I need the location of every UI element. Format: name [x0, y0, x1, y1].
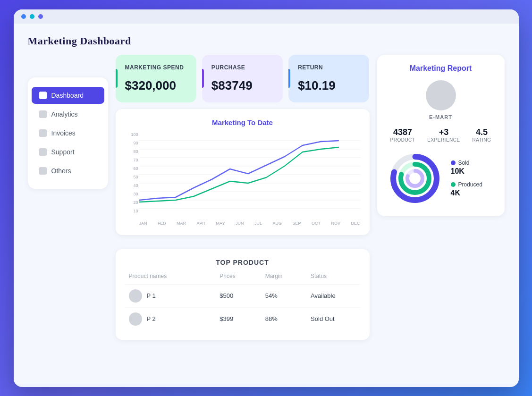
x-label-sep: SEP: [292, 221, 301, 226]
metric-value-spend: $320,000: [125, 78, 187, 93]
y-axis-labels: 10090807060 5040302010: [125, 132, 138, 214]
product-label: PRODUCT: [390, 137, 415, 143]
sidebar-item-invoices[interactable]: Invoices: [32, 125, 104, 142]
emart-label: E-MART: [429, 114, 452, 120]
product-price-p1: $500: [220, 292, 265, 299]
legend-value-sold: 10K: [451, 167, 482, 176]
metric-label-spend: Marketing Spend: [125, 64, 187, 71]
product-avatar-p1: [129, 289, 142, 303]
browser-window: Marketing Dashboard Dashboard Analytics …: [14, 9, 519, 387]
x-label-nov: NOV: [331, 221, 340, 226]
sidebar: Dashboard Analytics Invoices Support Oth…: [28, 77, 108, 189]
metric-label-purchase: PURCHASE: [211, 64, 273, 71]
product-name-label-p2: P 2: [147, 315, 156, 322]
report-stats: 4387 PRODUCT +3 EXPERIENCE 4.5 RATING: [387, 127, 495, 143]
table-row: P 2 $399 88% Sold Out: [125, 307, 360, 330]
metric-value-purchase: $83749: [211, 78, 273, 93]
product-price-p2: $399: [220, 315, 265, 322]
top-product-card: TOP PRODUCT Product names Prices Margin …: [116, 249, 370, 340]
donut-legend: Sold 10K Produced 4K: [451, 160, 482, 197]
legend-dot-sold: [451, 160, 456, 165]
metric-accent-return: [288, 69, 290, 88]
product-name-label-p1: P 1: [147, 292, 156, 299]
x-label-mar: MAR: [177, 221, 186, 226]
rating-label: RATING: [472, 137, 491, 143]
metric-accent-spend: [116, 69, 118, 88]
product-value: 4387: [390, 127, 415, 137]
col-header-name: Product names: [129, 273, 220, 279]
sidebar-item-support[interactable]: Support: [32, 143, 104, 160]
metric-value-return: $10.19: [298, 78, 360, 93]
analytics-icon: [39, 110, 47, 118]
product-name-p1: P 1: [129, 289, 220, 303]
chart-inner: JAN FEB MAR APR MAY JUN JUL AUG SEP OCT: [139, 132, 360, 226]
support-icon: [39, 148, 47, 156]
col-header-margin: Margin: [265, 273, 311, 279]
metric-card-purchase: PURCHASE $83749: [202, 55, 283, 102]
others-icon: [39, 167, 47, 175]
line-chart-card: Marketing To Date 10090807060 5040302010: [116, 109, 370, 235]
legend-label-sold: Sold: [458, 160, 470, 166]
dot-blue: [21, 14, 26, 19]
col-header-prices: Prices: [220, 273, 265, 279]
report-stat-rating: 4.5 RATING: [472, 127, 491, 143]
experience-value: +3: [427, 127, 460, 137]
product-margin-p2: 88%: [265, 315, 311, 322]
sidebar-label-support: Support: [51, 148, 75, 156]
invoices-icon: [39, 129, 47, 137]
x-label-apr: APR: [197, 221, 206, 226]
product-status-p1: Available: [311, 292, 356, 299]
x-label-may: MAY: [216, 221, 225, 226]
legend-item-sold: Sold: [451, 160, 482, 166]
product-name-p2: P 2: [129, 312, 220, 326]
metric-cards: Marketing Spend $320,000 PURCHASE $83749…: [116, 55, 370, 102]
sidebar-item-dashboard[interactable]: Dashboard: [32, 87, 104, 104]
legend-label-produced: Produced: [458, 181, 482, 188]
chart-svg-wrapper: 10090807060 5040302010: [125, 132, 360, 226]
sidebar-label-invoices: Invoices: [51, 129, 76, 137]
metric-label-return: RETURN: [298, 64, 360, 71]
dot-indigo: [38, 14, 43, 19]
marketing-report-title: Marketing Report: [387, 64, 495, 73]
product-margin-p1: 54%: [265, 292, 311, 299]
legend-dot-produced: [451, 182, 456, 187]
x-label-jun: JUN: [236, 221, 244, 226]
legend-value-produced: 4K: [451, 189, 482, 197]
right-panel: Marketing Report E-MART 4387 PRODUCT +3 …: [377, 55, 505, 216]
report-stat-product: 4387 PRODUCT: [390, 127, 415, 143]
product-status-p2: Sold Out: [311, 315, 356, 322]
x-label-jan: JAN: [139, 221, 147, 226]
chart-title: Marketing To Date: [125, 118, 360, 126]
x-label-jul: JUL: [254, 221, 262, 226]
product-avatar-p2: [129, 312, 142, 326]
emart-avatar: [426, 80, 456, 110]
metric-accent-purchase: [202, 69, 204, 88]
rating-value: 4.5: [472, 127, 491, 137]
x-label-dec: DEC: [351, 221, 360, 226]
table-header: Product names Prices Margin Status: [125, 273, 360, 279]
table-row: P 1 $500 54% Available: [125, 284, 360, 307]
metric-card-spend: Marketing Spend $320,000: [116, 55, 196, 102]
sidebar-item-analytics[interactable]: Analytics: [32, 106, 104, 123]
sidebar-label-dashboard: Dashboard: [51, 92, 84, 99]
report-stat-experience: +3 EXPERIENCE: [427, 127, 460, 143]
page-title: Marketing Dashboard: [28, 35, 505, 47]
donut-chart: [387, 150, 443, 207]
table-title: TOP PRODUCT: [125, 259, 360, 266]
browser-bar: [14, 9, 519, 24]
sidebar-label-analytics: Analytics: [51, 110, 78, 118]
dot-cyan: [30, 14, 34, 19]
x-label-aug: AUG: [272, 221, 282, 226]
donut-area: Sold 10K Produced 4K: [387, 150, 495, 207]
x-label-feb: FEB: [158, 221, 166, 226]
sidebar-label-others: Others: [51, 167, 71, 175]
legend-item-produced: Produced: [451, 181, 482, 188]
x-label-oct: OCT: [312, 221, 321, 226]
dashboard-icon: [39, 92, 47, 99]
experience-label: EXPERIENCE: [427, 137, 460, 143]
col-header-status: Status: [311, 273, 356, 279]
sidebar-item-others[interactable]: Others: [32, 162, 104, 179]
metric-card-return: RETURN $10.19: [288, 55, 369, 102]
